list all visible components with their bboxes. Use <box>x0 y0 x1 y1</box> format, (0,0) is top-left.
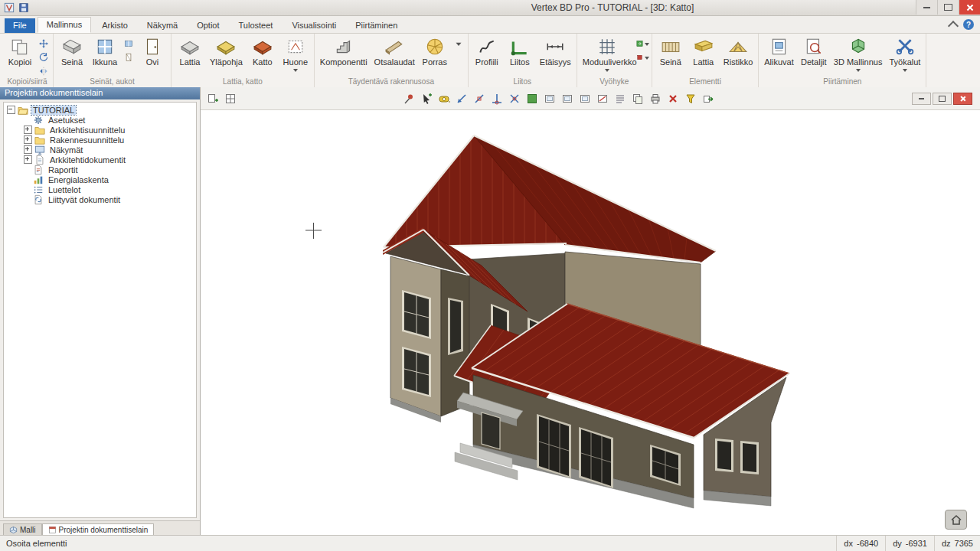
close-icon[interactable] <box>953 93 972 105</box>
ribbon-group-kopioi-siirra: Kopioi Kopioi/siirrä <box>2 34 54 87</box>
tree-item-liittyvat-dokumentit[interactable]: Liittyvät dokumentit <box>4 194 196 204</box>
close-icon[interactable] <box>959 0 980 15</box>
export-arrow-icon[interactable] <box>701 91 715 106</box>
alikuvat-button[interactable]: Alikuvat <box>761 34 797 67</box>
ribbon-group-lattia-katto: Lattia Yläpohja Katto Huone Lattia, katt… <box>172 34 315 87</box>
elementti-seina-button[interactable]: Seinä <box>655 34 687 67</box>
tree-item-nakymat[interactable]: Näkymät <box>4 145 196 155</box>
rotate-icon[interactable] <box>37 51 51 64</box>
ristikko-button[interactable]: Ristikko <box>720 34 756 67</box>
pin-icon[interactable] <box>401 91 416 106</box>
tree-item-asetukset[interactable]: Asetukset <box>4 115 196 125</box>
tree-item-tutorial[interactable]: TUTORIAL <box>4 105 196 115</box>
collapse-icon[interactable] <box>7 106 15 114</box>
otsalaudat-button[interactable]: Otsalaudat <box>371 34 418 67</box>
tab-tulosteet[interactable]: Tulosteet <box>230 18 282 33</box>
ribbon-collapse-icon[interactable] <box>948 20 959 31</box>
tyokalut-button[interactable]: Työkalut <box>886 34 923 72</box>
snap-box-icon[interactable] <box>472 91 486 106</box>
snap-intersect-icon[interactable] <box>507 91 521 106</box>
ikkuna-button[interactable]: Ikkuna <box>89 34 121 67</box>
ylapohja-button[interactable]: Yläpohja <box>207 34 246 67</box>
3d-mallinnus-button[interactable]: 3D Mallinnus <box>831 34 886 72</box>
joint-icon <box>510 37 530 57</box>
zone-red-icon[interactable] <box>635 51 649 64</box>
tree-item-arkkitehtidokumentit[interactable]: Arkkitehtidokumentit <box>4 155 196 165</box>
tree-item-rakennesuunnittelu[interactable]: Rakennesuunnittelu <box>4 135 196 145</box>
tab-visualisointi[interactable]: Visualisointi <box>283 18 345 33</box>
frame-icon[interactable] <box>542 91 557 106</box>
etaisyys-button[interactable]: Etäisyys <box>537 34 574 67</box>
restore-icon[interactable] <box>933 93 952 105</box>
delete-red-icon[interactable] <box>665 91 680 106</box>
window-icon <box>95 37 115 57</box>
app-logo-icon[interactable] <box>4 2 15 13</box>
3d-model-house[interactable] <box>201 110 980 536</box>
expand-icon[interactable] <box>24 145 32 154</box>
tab-nakyma[interactable]: Näkymä <box>139 18 186 33</box>
hatch-lines-icon[interactable] <box>612 91 627 106</box>
dropdown-arrow-icon[interactable] <box>452 37 466 50</box>
tree-item-energialaskenta[interactable]: Energialaskenta <box>4 174 196 184</box>
tab-piirtaminen[interactable]: Piirtäminen <box>347 18 406 33</box>
filter-funnel-icon[interactable] <box>683 91 697 106</box>
elementti-lattia-button[interactable]: Lattia <box>688 34 720 67</box>
help-icon[interactable]: ? <box>963 19 974 30</box>
tree-item-arkkitehtisuunnittelu[interactable]: Arkkitehtisuunnittelu <box>4 125 196 135</box>
ribbon-group-liitos: Profiili Liitos Etäisyys Liitos <box>469 34 577 87</box>
porras-button[interactable]: Porras <box>419 34 451 67</box>
home-view-icon <box>950 514 962 526</box>
minimize-icon[interactable] <box>916 0 937 15</box>
expand-icon[interactable] <box>24 135 32 144</box>
canvas-toolbar <box>201 87 980 110</box>
snap-line-icon[interactable] <box>454 91 469 106</box>
home-view-button[interactable] <box>945 510 967 530</box>
zone-green-icon[interactable] <box>635 37 649 50</box>
measure-tape-icon[interactable] <box>436 91 451 106</box>
status-prompt: Osoita elementti <box>0 539 67 548</box>
group-label: Piirtäminen <box>761 77 923 87</box>
liitos-button[interactable]: Liitos <box>504 34 536 67</box>
tab-arkisto[interactable]: Arkisto <box>93 18 136 33</box>
tab-file[interactable]: File <box>5 18 35 33</box>
select-plus-icon[interactable] <box>419 91 433 106</box>
move-icon[interactable] <box>37 37 51 50</box>
viewports-icon[interactable] <box>223 91 237 106</box>
tab-mallinnus[interactable]: Mallinnus <box>38 17 91 33</box>
moduuliverkko-button[interactable]: Moduuliverkko <box>580 34 635 72</box>
expand-icon[interactable] <box>24 126 32 134</box>
tree-item-luettelot[interactable]: Luettelot <box>4 184 196 194</box>
kopioi-button[interactable]: Kopioi <box>4 34 36 67</box>
3d-viewport[interactable] <box>201 110 980 536</box>
huone-button[interactable]: Huone <box>279 34 312 72</box>
detaljit-button[interactable]: Detaljit <box>798 34 830 67</box>
tree-item-raportit[interactable]: Raportit <box>4 165 196 174</box>
maximize-icon[interactable] <box>937 0 959 15</box>
lattia-button[interactable]: Lattia <box>174 34 206 67</box>
seina-button[interactable]: Seinä <box>56 34 88 67</box>
mirror-icon[interactable] <box>37 64 51 77</box>
tab-malli[interactable]: Malli <box>3 523 42 536</box>
print-icon[interactable] <box>648 91 662 106</box>
profiili-button[interactable]: Profiili <box>471 34 503 67</box>
copy-sheet-icon[interactable] <box>630 91 645 106</box>
save-icon[interactable] <box>18 2 29 13</box>
frame-red-icon[interactable] <box>595 91 609 106</box>
ovi-button[interactable]: Ovi <box>136 34 168 67</box>
frame-icon-2[interactable] <box>560 91 574 106</box>
fill-green-icon[interactable] <box>524 91 539 106</box>
katto-button[interactable]: Katto <box>247 34 279 67</box>
tab-projektin-dokumenttiselain[interactable]: Projektin dokumenttiselain <box>42 523 155 536</box>
minimize-icon[interactable] <box>912 93 931 105</box>
new-view-icon[interactable] <box>205 91 220 106</box>
tab-optiot[interactable]: Optiot <box>188 18 227 33</box>
status-bar: Osoita elementti dx-6840 dy-6931 dz7365 <box>0 535 980 551</box>
truss-icon <box>728 37 748 57</box>
ceiling-slab-icon <box>216 37 236 57</box>
expand-icon[interactable] <box>24 155 32 164</box>
snap-perp-icon[interactable] <box>489 91 504 106</box>
window-variant-icon[interactable] <box>122 37 136 50</box>
door-variant-icon[interactable] <box>122 51 136 64</box>
frame-icon-3[interactable] <box>577 91 592 106</box>
komponentti-button[interactable]: Komponentti <box>317 34 371 67</box>
